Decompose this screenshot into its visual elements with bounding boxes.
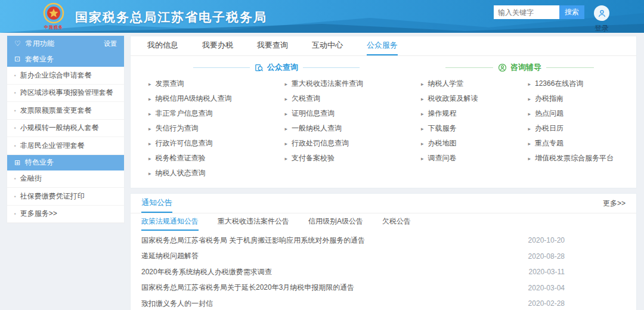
link-payment-filing-check[interactable]: ▸支付备案校验 [276, 151, 412, 166]
settings-button[interactable]: 设置 [104, 39, 117, 48]
arrow-icon: ▸ [421, 141, 424, 147]
arrow-icon: ▸ [421, 156, 424, 162]
link-survey[interactable]: ▸调查问卷 [413, 151, 520, 166]
search-box: 搜索 [494, 5, 584, 19]
sidebar-header-package-business[interactable]: ⊡ 套餐业务 [7, 51, 124, 67]
link-major-violation-query[interactable]: ▸重大税收违法案件查询 [276, 76, 412, 91]
logo-caption: 中国税务 [44, 24, 63, 30]
arrow-icon: ▸ [421, 96, 424, 102]
consult-section: 咨询辅导 ▸纳税人学堂 ▸税收政策及解读 ▸操作规程 ▸下载服务 ▸办税地图 ▸… [413, 58, 627, 181]
link-operating-procedures[interactable]: ▸操作规程 [413, 106, 520, 121]
sidebar-item-nonresident-package[interactable]: ▪ 非居民企业管理套餐 [7, 137, 124, 155]
notice-title-text: 递延纳税问题解答 [141, 251, 199, 261]
link-vat-invoice-platform[interactable]: ▸增值税发票综合服务平台 [519, 151, 627, 166]
link-abnormal-account-query[interactable]: ▸非正常户信息查询 [140, 106, 276, 121]
arrow-icon: ▸ [528, 111, 531, 117]
notice-item[interactable]: 递延纳税问题解答 2020-08-28 [141, 249, 626, 265]
sidebar-item-social-insurance-print[interactable]: ▪ 社保费缴费凭证打印 [7, 188, 124, 206]
link-download-service[interactable]: ▸下载服务 [413, 121, 520, 136]
bullet-icon: ▪ [14, 108, 16, 113]
arrow-icon: ▸ [148, 81, 151, 87]
link-certificate-info-query[interactable]: ▸证明信息查询 [276, 106, 412, 121]
sidebar-item-small-scale-package[interactable]: ▪ 小规模转一般纳税人套餐 [7, 120, 124, 138]
sidebar-item-new-enterprise-package[interactable]: ▪ 新办企业综合申请套餐 [7, 67, 124, 85]
link-admin-penalty-query[interactable]: ▸行政处罚信息查询 [276, 136, 412, 151]
sidebar: ♡ 常用功能 设置 ⊡ 套餐业务 ▪ 新办企业综合申请套餐 ▪ 跨区域涉税事项报… [7, 36, 124, 223]
link-key-topics[interactable]: ▸重点专题 [519, 136, 627, 151]
consult-title: 咨询辅导 [498, 62, 541, 73]
link-tax-guide[interactable]: ▸办税指南 [519, 91, 627, 106]
arrow-icon: ▸ [284, 126, 287, 132]
link-tax-map[interactable]: ▸办税地图 [413, 136, 520, 151]
tax-emblem-icon [43, 2, 64, 24]
arrow-icon: ▸ [528, 81, 531, 87]
arrow-icon: ▸ [284, 111, 287, 117]
site-title: 国家税务总局江苏省电子税务局 [75, 9, 267, 26]
sidebar-header-common-functions[interactable]: ♡ 常用功能 设置 [7, 36, 124, 51]
link-12366-online[interactable]: ▸12366在线咨询 [519, 76, 627, 91]
link-inspection-cert-check[interactable]: ▸税务检查证查验 [140, 151, 276, 166]
sidebar-item-more-services[interactable]: ▪ 更多服务>> [7, 206, 124, 224]
tab-interaction-center[interactable]: 互动中心 [312, 36, 343, 55]
link-credit-a-taxpayer-query[interactable]: ▸纳税信用A级纳税人查询 [140, 91, 276, 106]
notice-item[interactable]: 国家税务总局江苏省税务局关于延长2020年3月纳税申报期限的通告 2020-03… [141, 280, 626, 296]
link-invoice-query[interactable]: ▸发票查询 [140, 76, 276, 91]
subtab-arrears-notices[interactable]: 欠税公告 [382, 213, 411, 231]
arrow-icon: ▸ [528, 156, 531, 162]
arrow-icon: ▸ [148, 111, 151, 117]
bullet-icon: ▪ [14, 194, 16, 199]
subtab-major-violation-notices[interactable]: 重大税收违法案件公告 [218, 213, 289, 231]
link-taxpayer-school[interactable]: ▸纳税人学堂 [413, 76, 520, 91]
subtab-policy-notices[interactable]: 政策法规通知公告 [141, 213, 199, 231]
sidebar-item-cross-region-package[interactable]: ▪ 跨区域涉税事项报验管理套餐 [7, 85, 124, 103]
sidebar-common-label: 常用功能 [26, 39, 54, 49]
bullet-icon: ▪ [14, 211, 16, 216]
service-person-icon [498, 63, 507, 72]
link-tax-arrears-query[interactable]: ▸欠税查询 [276, 91, 412, 106]
link-admin-license-query[interactable]: ▸行政许可信息查询 [140, 136, 276, 151]
link-general-taxpayer-query[interactable]: ▸一般纳税人查询 [276, 121, 412, 136]
grid-icon: ⊞ [14, 159, 20, 167]
sidebar-item-label: 跨区域涉税事项报验管理套餐 [20, 88, 113, 98]
arrow-icon: ▸ [148, 170, 151, 176]
tab-my-info[interactable]: 我的信息 [147, 36, 178, 55]
notice-item[interactable]: 2020年税务系统纳税人办税缴费需求调查 2020-03-11 [141, 264, 626, 280]
arrow-icon: ▸ [284, 141, 287, 147]
heart-icon: ♡ [14, 39, 21, 48]
search-button[interactable]: 搜索 [559, 5, 584, 19]
divider-line [303, 67, 360, 68]
notice-item[interactable]: 致扣缴义务人的一封信 2020-02-28 [141, 296, 626, 310]
search-input[interactable] [494, 5, 559, 19]
divider-line [193, 67, 250, 68]
more-notices-link[interactable]: 更多>> [603, 194, 626, 213]
sidebar-item-invoice-limit-package[interactable]: ▪ 发票限额票量变更套餐 [7, 102, 124, 120]
link-tax-policy-interpretation[interactable]: ▸税收政策及解读 [413, 91, 520, 106]
notice-title-text: 2020年税务系统纳税人办税缴费需求调查 [141, 267, 272, 277]
tax-emblem-logo: 中国税务 [39, 2, 68, 30]
link-taxpayer-status-query[interactable]: ▸纳税人状态查询 [140, 166, 276, 181]
notice-date: 2020-10-20 [528, 236, 565, 244]
login-button[interactable]: 登录 [594, 5, 609, 33]
tab-handle-tax[interactable]: 我要办税 [202, 36, 233, 55]
arrow-icon: ▸ [284, 81, 287, 87]
arrow-icon: ▸ [284, 156, 287, 162]
public-query-col2: ▸重大税收违法案件查询 ▸欠税查询 ▸证明信息查询 ▸一般纳税人查询 ▸行政处罚… [276, 76, 412, 181]
link-dishonesty-query[interactable]: ▸失信行为查询 [140, 121, 276, 136]
arrow-icon: ▸ [148, 126, 151, 132]
main-nav-tabs: 我的信息 我要办税 我要查询 互动中心 公众服务 [131, 36, 636, 56]
sidebar-item-financial-street[interactable]: ▪ 金融街 [7, 170, 124, 188]
subtab-credit-a-notices[interactable]: 信用级别A级公告 [308, 213, 363, 231]
notice-date: 2020-02-28 [528, 299, 565, 308]
arrow-icon: ▸ [284, 96, 287, 102]
user-icon [594, 5, 609, 21]
tab-public-services[interactable]: 公众服务 [367, 36, 398, 55]
arrow-icon: ▸ [421, 111, 424, 117]
notice-item[interactable]: 国家税务总局江苏省税务局 关于机房搬迁影响应用系统对外服务的通告 2020-10… [141, 232, 626, 249]
tab-query[interactable]: 我要查询 [257, 36, 288, 55]
notice-date: 2020-03-04 [528, 284, 565, 292]
sidebar-item-label: 小规模转一般纳税人套餐 [20, 123, 99, 133]
sidebar-header-special-business[interactable]: ⊞ 特色业务 [7, 155, 124, 170]
link-tax-calendar[interactable]: ▸办税日历 [519, 121, 627, 136]
link-hot-issues[interactable]: ▸热点问题 [519, 106, 627, 121]
notices-title-tab[interactable]: 通知公告 [141, 194, 172, 213]
